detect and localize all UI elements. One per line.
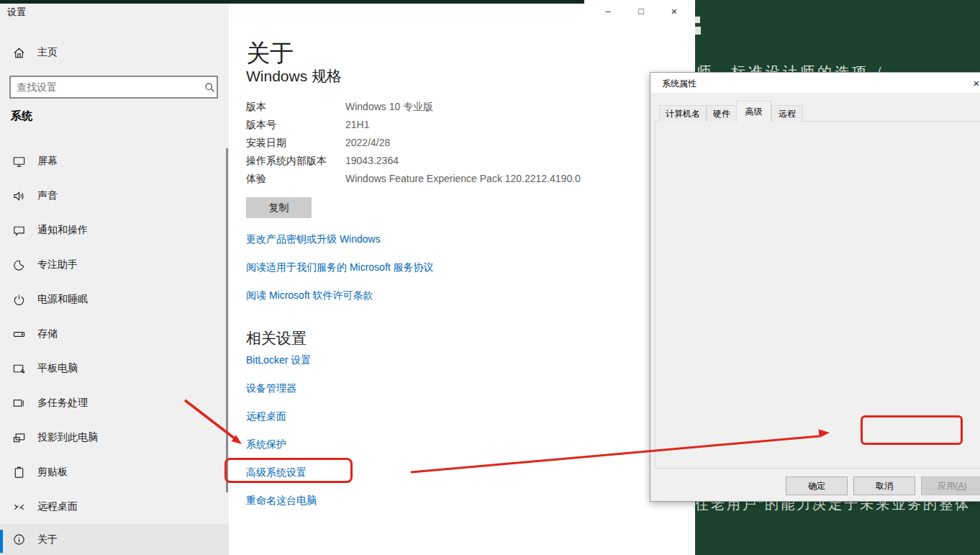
- tab-label: 远程: [779, 108, 796, 120]
- sidebar-item-label: 远程桌面: [37, 500, 78, 513]
- screen: 师，标准设计师的选项（ 住老用户”的能力决定于未来业务的整体 设置 – □ × …: [0, 0, 980, 555]
- button-label: 取消: [876, 480, 893, 492]
- copy-button[interactable]: 复制: [246, 197, 312, 218]
- tab-remote[interactable]: 远程: [771, 105, 803, 122]
- tablet-icon: [12, 361, 26, 376]
- spec-row: 版本号21H1: [246, 119, 369, 132]
- sidebar-item-label: 通知和操作: [37, 224, 88, 237]
- close-icon: ×: [974, 77, 980, 89]
- tab-label: 高级: [745, 106, 763, 118]
- remote-desktop-icon: [12, 500, 26, 514]
- sidebar-item-display[interactable]: 屏幕: [0, 144, 229, 179]
- spec-label: 版本号: [246, 119, 345, 132]
- minimize-icon: –: [605, 6, 610, 17]
- sidebar-item-clipboard[interactable]: 剪贴板: [0, 455, 229, 489]
- background-top-strip: [0, 0, 584, 4]
- sidebar-item-focus-assist[interactable]: 专注助手: [0, 248, 229, 282]
- maximize-button[interactable]: □: [625, 0, 658, 22]
- highlight-box-environment-variables: [861, 415, 963, 445]
- tab-hardware[interactable]: 硬件: [707, 105, 737, 122]
- sidebar-item-sound[interactable]: 声音: [0, 179, 229, 213]
- cancel-button[interactable]: 取消: [853, 477, 915, 495]
- close-button[interactable]: ×: [658, 0, 691, 22]
- sidebar-item-notifications[interactable]: 通知和操作: [0, 213, 229, 248]
- sidebar-item-about[interactable]: 关于: [0, 524, 229, 555]
- dialog-close-button[interactable]: ×: [966, 75, 980, 91]
- power-icon: [12, 292, 26, 307]
- spec-value: Windows 10 专业版: [345, 101, 433, 112]
- link-device-manager[interactable]: 设备管理器: [246, 382, 296, 395]
- sidebar-item-remote-desktop[interactable]: 远程桌面: [0, 489, 229, 524]
- tab-advanced[interactable]: 高级: [736, 101, 771, 122]
- maximize-icon: □: [638, 6, 644, 17]
- minimize-button[interactable]: –: [591, 0, 625, 22]
- search-box[interactable]: [9, 76, 218, 99]
- link-services-agreement[interactable]: 阅读适用于我们服务的 Microsoft 服务协议: [246, 261, 434, 274]
- spec-value: 2022/4/28: [345, 137, 390, 148]
- page-title: 关于: [246, 37, 294, 70]
- project-icon: [12, 430, 26, 445]
- link-remote-desktop[interactable]: 远程桌面: [246, 410, 286, 423]
- sidebar-item-label: 电源和睡眠: [37, 293, 88, 306]
- spec-value: 19043.2364: [345, 155, 399, 166]
- sidebar-item-projecting[interactable]: 投影到此电脑: [0, 420, 229, 455]
- highlight-box-advanced-system-settings: [224, 458, 353, 483]
- info-icon: [12, 533, 26, 547]
- spec-row: 体验Windows Feature Experience Pack 120.22…: [246, 173, 581, 186]
- ok-button[interactable]: 确定: [786, 477, 848, 495]
- dialog-title: 系统属性: [662, 78, 697, 90]
- spec-row: 版本Windows 10 专业版: [246, 101, 433, 114]
- home-icon: [12, 45, 26, 60]
- spec-heading: Windows 规格: [246, 66, 342, 86]
- sidebar-item-label: 平板电脑: [37, 362, 78, 375]
- multitask-icon: [12, 396, 26, 410]
- clipboard-icon: [12, 465, 26, 479]
- sidebar-item-storage[interactable]: 存储: [0, 317, 229, 351]
- link-system-protection[interactable]: 系统保护: [246, 438, 286, 451]
- window-title: 设置: [7, 6, 26, 19]
- sidebar-item-label: 主页: [37, 46, 58, 59]
- tab-computer-name[interactable]: 计算机名: [659, 105, 707, 122]
- link-change-product-key[interactable]: 更改产品密钥或升级 Windows: [246, 233, 381, 246]
- spec-row: 安装日期2022/4/28: [246, 137, 390, 150]
- notifications-icon: [12, 223, 26, 238]
- display-icon: [12, 154, 26, 168]
- sidebar-item-label: 屏幕: [37, 155, 58, 168]
- link-license-terms[interactable]: 阅读 Microsoft 软件许可条款: [246, 289, 373, 302]
- sidebar-scrollbar[interactable]: [226, 148, 228, 492]
- button-label: 应用(: [938, 480, 958, 492]
- sound-icon: [12, 189, 26, 203]
- close-icon: ×: [671, 5, 678, 17]
- sidebar-item-label: 多任务处理: [37, 397, 88, 410]
- sidebar-item-multitasking[interactable]: 多任务处理: [0, 386, 229, 420]
- apply-button[interactable]: 应用(A): [921, 477, 980, 495]
- background-text-fragment: [695, 27, 701, 35]
- search-input[interactable]: [11, 81, 202, 93]
- button-label: ): [964, 481, 967, 491]
- storage-icon: [12, 327, 26, 341]
- spec-label: 操作系统内部版本: [246, 155, 345, 168]
- link-bitlocker[interactable]: BitLocker 设置: [246, 354, 311, 367]
- sidebar-item-label: 专注助手: [37, 258, 78, 271]
- sidebar-item-label: 关于: [37, 533, 58, 546]
- link-rename-pc[interactable]: 重命名这台电脑: [246, 495, 317, 507]
- sidebar-item-label: 剪贴板: [37, 466, 68, 479]
- focus-assist-icon: [12, 258, 26, 272]
- button-access-key: A: [958, 481, 963, 491]
- tab-label: 计算机名: [666, 108, 700, 120]
- tab-label: 硬件: [713, 108, 730, 120]
- sidebar-item-tablet[interactable]: 平板电脑: [0, 351, 229, 386]
- spec-value: Windows Feature Experience Pack 120.2212…: [345, 173, 581, 184]
- button-label: 确定: [808, 480, 825, 492]
- spec-row: 操作系统内部版本19043.2364: [246, 155, 399, 168]
- spec-label: 体验: [246, 173, 345, 186]
- dialog-titlebar: 系统属性 ×: [650, 73, 980, 93]
- sidebar-item-home[interactable]: 主页: [0, 37, 229, 68]
- sidebar-item-power-sleep[interactable]: 电源和睡眠: [0, 282, 229, 317]
- search-icon[interactable]: [202, 80, 217, 94]
- background-text-fragment: [695, 17, 700, 23]
- spec-label: 安装日期: [246, 137, 345, 150]
- sidebar-item-label: 投影到此电脑: [37, 431, 98, 444]
- selected-accent-bar: [0, 530, 3, 553]
- sidebar-item-label: 声音: [37, 189, 58, 202]
